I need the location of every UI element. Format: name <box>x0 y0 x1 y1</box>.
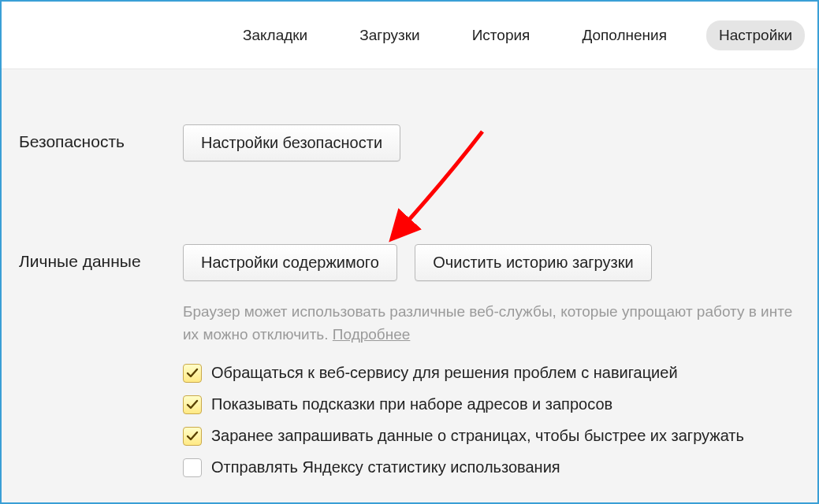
learn-more-link[interactable]: Подробнее <box>333 326 411 343</box>
section-security-title: Безопасность <box>2 124 183 151</box>
top-nav: Закладки Загрузки История Дополнения Нас… <box>2 2 817 69</box>
hint-line2: их можно отключить. <box>183 326 333 343</box>
tab-bookmarks[interactable]: Закладки <box>230 20 320 50</box>
tab-history[interactable]: История <box>460 20 543 50</box>
tab-downloads[interactable]: Загрузки <box>347 20 432 50</box>
checkbox-label: Обращаться к веб-сервису для решения про… <box>211 364 678 382</box>
checkbox-icon[interactable] <box>183 427 202 446</box>
check-navigation-help[interactable]: Обращаться к веб-сервису для решения про… <box>183 364 817 383</box>
checkbox-icon[interactable] <box>183 364 202 383</box>
checkbox-label: Показывать подсказки при наборе адресов … <box>211 395 612 413</box>
tab-settings[interactable]: Настройки <box>706 20 805 50</box>
security-settings-button[interactable]: Настройки безопасности <box>183 124 400 161</box>
check-send-stats[interactable]: Отправлять Яндексу статистику использова… <box>183 458 817 477</box>
section-personal: Личные данные Настройки содержимого Очис… <box>2 244 817 477</box>
checkbox-label: Заранее запрашивать данные о страницах, … <box>211 427 744 445</box>
clear-history-button[interactable]: Очистить историю загрузки <box>415 244 651 281</box>
section-security: Безопасность Настройки безопасности <box>2 124 817 161</box>
checkbox-icon[interactable] <box>183 458 202 477</box>
settings-content: Безопасность Настройки безопасности Личн… <box>2 69 817 477</box>
checkbox-icon[interactable] <box>183 395 202 414</box>
content-settings-button[interactable]: Настройки содержимого <box>183 244 397 281</box>
check-suggestions[interactable]: Показывать подсказки при наборе адресов … <box>183 395 817 414</box>
hint-line1: Браузер может использовать различные веб… <box>183 303 792 320</box>
checkbox-list: Обращаться к веб-сервису для решения про… <box>183 364 817 477</box>
checkbox-label: Отправлять Яндексу статистику использова… <box>211 458 560 476</box>
web-services-hint: Браузер может использовать различные веб… <box>183 300 817 346</box>
section-personal-title: Личные данные <box>2 244 183 271</box>
check-prefetch[interactable]: Заранее запрашивать данные о страницах, … <box>183 427 817 446</box>
tab-extensions[interactable]: Дополнения <box>569 20 679 50</box>
